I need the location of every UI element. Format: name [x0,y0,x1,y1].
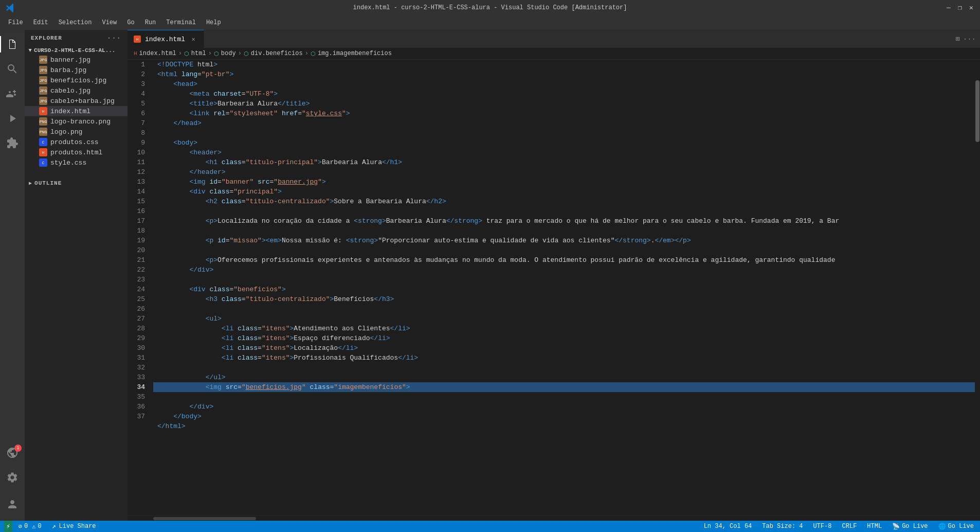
jpg-icon: JPG [39,66,47,74]
live-share-button[interactable]: ↗ Live Share [48,521,100,532]
status-bar: ⚡ ⊘ 0 ⚠ 0 ↗ Live Share Ln 34, Col 64 Tab… [0,521,980,532]
line-ending[interactable]: CRLF [840,521,859,532]
jpg-icon: JPG [39,97,47,105]
vertical-scrollbar[interactable] [975,60,980,516]
jpg-icon: JPG [39,56,47,64]
window-title: index.html - curso-2-HTML-E-CSS-alura - … [353,4,627,11]
activity-remote[interactable]: 1 [0,440,25,465]
editor[interactable]: 12345 678910 1112131415 1617181920 21222… [128,60,980,516]
file-produtos-css[interactable]: C produtos.css [25,137,128,147]
language-mode[interactable]: HTML [865,521,884,532]
remote-indicator[interactable]: ⚡ [4,521,12,532]
activity-search[interactable] [0,57,25,81]
editor-area: H index.html ✕ ⊞ ··· H index.html › ⬡ ht… [128,30,980,521]
outline-label: OUTLINE [34,180,62,186]
crumb-body[interactable]: ⬡ body [214,50,236,57]
remote-icon: ⚡ [6,522,10,530]
activity-account[interactable] [0,492,25,517]
close-button[interactable]: ✕ [968,4,975,11]
menu-edit[interactable]: Edit [29,18,52,27]
file-label: logo-branco.png [50,118,111,126]
error-icon: ⊘ [19,523,22,530]
file-label: beneficios.jpg [50,77,106,84]
file-cabelo-barba-jpg[interactable]: JPG cabelo+barba.jpg [25,96,128,106]
go-live-label: Go Live [902,523,928,530]
crumb-label: img.imagembeneficios [318,50,392,57]
go-live-2[interactable]: 🌐 Go Live [936,521,976,532]
file-label: barba.jpg [50,66,86,74]
file-beneficios-jpg[interactable]: JPG beneficios.jpg [25,75,128,85]
folder-root[interactable]: ▶ CURSO-2-HTML-E-CSS-AL... [25,46,128,55]
file-cabelo-jpg[interactable]: JPG cabelo.jpg [25,85,128,96]
sidebar-title: EXPLORER [31,35,62,41]
tab-index-html[interactable]: H index.html ✕ [128,30,204,48]
minimize-button[interactable]: ─ [945,4,952,11]
activity-settings[interactable] [0,465,25,490]
activity-debug[interactable] [0,106,25,131]
line-numbers: 12345 678910 1112131415 1617181920 21222… [128,60,153,516]
encoding[interactable]: UTF-8 [811,521,834,532]
activity-source-control[interactable] [0,81,25,106]
maximize-button[interactable]: ❐ [956,4,964,11]
file-label: cabelo+barba.jpg [50,97,115,105]
tab-size[interactable]: Tab Size: 4 [760,521,805,532]
file-barba-jpg[interactable]: JPG barba.jpg [25,65,128,75]
file-label: banner.jpg [50,56,90,64]
file-produtos-html[interactable]: H produtos.html [25,147,128,157]
crumb-label: index.html [139,50,176,57]
file-banner-jpg[interactable]: JPG banner.jpg [25,55,128,65]
png-icon: PNG [39,128,47,136]
menu-go[interactable]: Go [123,18,138,27]
crumb-file[interactable]: H index.html [134,50,176,57]
file-tree: ▶ CURSO-2-HTML-E-CSS-AL... JPG banner.jp… [25,46,128,521]
folder-name: CURSO-2-HTML-E-CSS-AL... [34,47,115,54]
tab-html-icon: H [134,36,141,43]
errors-warnings[interactable]: ⊘ 0 ⚠ 0 [16,521,44,532]
menu-terminal[interactable]: Terminal [162,18,200,27]
activity-bar: 1 [0,30,25,521]
warning-count: 0 [38,523,42,530]
language-label: HTML [867,523,882,530]
horizontal-scrollbar[interactable] [128,516,980,521]
tab-label: index.html [145,36,185,43]
menu-file[interactable]: File [4,18,27,27]
status-right: Ln 34, Col 64 Tab Size: 4 UTF-8 CRLF HTM… [702,521,976,532]
error-count: 0 [24,523,28,530]
crumb-div-beneficios[interactable]: ⬡ div.beneficios [244,50,303,57]
jpg-icon: JPG [39,76,47,84]
more-actions-icon[interactable]: ··· [963,35,976,43]
file-index-html[interactable]: H index.html [25,106,128,116]
html-icon: H [39,107,47,115]
cursor-position[interactable]: Ln 34, Col 64 [702,521,754,532]
tab-close-icon[interactable]: ✕ [189,35,197,43]
menu-selection[interactable]: Selection [55,18,96,27]
jpg-icon: JPG [39,86,47,95]
menu-bar: File Edit Selection View Go Run Terminal… [0,15,980,30]
activity-extensions[interactable] [0,131,25,155]
css-icon: C [39,158,47,167]
menu-run[interactable]: Run [141,18,160,27]
css-icon: C [39,138,47,146]
crumb-label: body [221,50,236,57]
warning-icon: ⚠ [32,523,35,530]
file-logo-branco-png[interactable]: PNG logo-branco.png [25,116,128,127]
outline-section[interactable]: ▶ OUTLINE [25,178,128,188]
split-editor-icon[interactable]: ⊞ [955,34,959,43]
sidebar-more-icon[interactable]: ··· [107,34,121,42]
main-layout: 1 EXPLORER ··· ▶ CURSO-2-HTML-E-CSS-AL..… [0,30,980,521]
crumb-img-imagembeneficios[interactable]: ⬡ img.imagembeneficios [311,50,392,57]
menu-view[interactable]: View [98,18,121,27]
tab-size-label: Tab Size: 4 [762,523,803,530]
file-logo-png[interactable]: PNG logo.png [25,127,128,137]
vscode-logo-icon [5,3,15,13]
crumb-html[interactable]: ⬡ html [184,50,206,57]
file-label: logo.png [50,128,82,136]
go-live-1[interactable]: 📡 Go Live [890,521,930,532]
code-content[interactable]: <!DOCTYPE html> <html lang="pt-br"> <hea… [153,60,975,516]
window-controls[interactable]: ─ ❐ ✕ [945,4,975,11]
file-label: style.css [50,159,86,167]
file-style-css[interactable]: C style.css [25,157,128,168]
crumb-label: html [191,50,206,57]
activity-explorer[interactable] [0,32,25,57]
menu-help[interactable]: Help [202,18,225,27]
